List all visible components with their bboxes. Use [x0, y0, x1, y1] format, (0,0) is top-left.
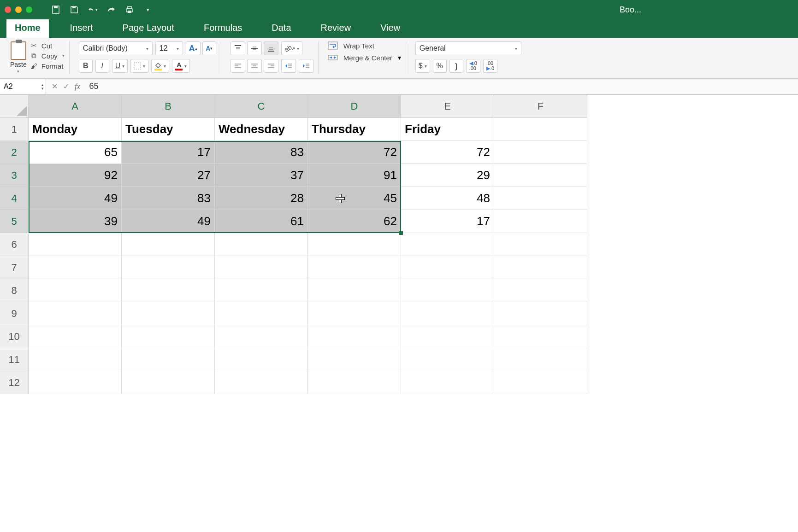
column-header-D[interactable]: D: [308, 95, 401, 118]
cell-F1[interactable]: [494, 118, 587, 141]
number-format-select[interactable]: General▾: [415, 41, 521, 55]
cell-C5[interactable]: 61: [215, 210, 308, 233]
align-left-button[interactable]: [231, 59, 245, 73]
column-header-B[interactable]: B: [122, 95, 215, 118]
cell-D11[interactable]: [308, 348, 401, 371]
formula-input[interactable]: 65: [86, 82, 798, 91]
tab-formulas[interactable]: Formulas: [195, 18, 250, 38]
align-bottom-button[interactable]: [264, 41, 278, 55]
cell-A11[interactable]: [29, 348, 122, 371]
cell-B2[interactable]: 17: [122, 141, 215, 164]
cell-B9[interactable]: [122, 302, 215, 325]
cell-A9[interactable]: [29, 302, 122, 325]
decrease-font-size-button[interactable]: A▾: [202, 41, 216, 55]
italic-button[interactable]: I: [95, 59, 109, 73]
font-name-select[interactable]: Calibri (Body)▾: [79, 41, 153, 55]
tab-insert[interactable]: Insert: [62, 18, 101, 38]
currency-button[interactable]: $▾: [415, 59, 430, 73]
cell-D5[interactable]: 62: [308, 210, 401, 233]
comma-style-button[interactable]: ❳: [449, 59, 463, 73]
cell-E11[interactable]: [401, 348, 494, 371]
cell-D8[interactable]: [308, 279, 401, 302]
cell-F3[interactable]: [494, 164, 587, 187]
cell-B12[interactable]: [122, 371, 215, 394]
decrease-indent-button[interactable]: [281, 59, 296, 73]
name-box[interactable]: A2 ▴▾: [0, 79, 46, 94]
paste-button[interactable]: Paste ▾: [10, 41, 27, 74]
cell-C12[interactable]: [215, 371, 308, 394]
cell-D10[interactable]: [308, 325, 401, 348]
cell-E8[interactable]: [401, 279, 494, 302]
cell-A12[interactable]: [29, 371, 122, 394]
cell-B10[interactable]: [122, 325, 215, 348]
cell-A8[interactable]: [29, 279, 122, 302]
cell-E10[interactable]: [401, 325, 494, 348]
cell-B1[interactable]: Tuesday: [122, 118, 215, 141]
row-header-11[interactable]: 11: [0, 348, 29, 371]
font-size-select[interactable]: 12▾: [155, 41, 183, 55]
cell-F4[interactable]: [494, 187, 587, 210]
close-window-button[interactable]: [5, 6, 11, 13]
cell-D6[interactable]: [308, 233, 401, 256]
cell-E9[interactable]: [401, 302, 494, 325]
cell-A1[interactable]: Monday: [29, 118, 122, 141]
cell-C2[interactable]: 83: [215, 141, 308, 164]
cell-D4[interactable]: 45: [308, 187, 401, 210]
cell-E12[interactable]: [401, 371, 494, 394]
zoom-window-button[interactable]: [26, 6, 32, 13]
bold-button[interactable]: B: [79, 59, 93, 73]
cell-C9[interactable]: [215, 302, 308, 325]
cell-A6[interactable]: [29, 233, 122, 256]
percent-button[interactable]: %: [433, 59, 447, 73]
cell-E6[interactable]: [401, 233, 494, 256]
increase-font-size-button[interactable]: A▴: [186, 41, 201, 55]
cell-D9[interactable]: [308, 302, 401, 325]
merge-center-button[interactable]: Merge & Center ▾: [328, 53, 401, 62]
cancel-formula-icon[interactable]: ✕: [52, 82, 58, 91]
minimize-window-button[interactable]: [15, 6, 22, 13]
column-header-A[interactable]: A: [29, 95, 122, 118]
row-header-2[interactable]: 2: [0, 141, 29, 164]
cell-F5[interactable]: [494, 210, 587, 233]
cell-D12[interactable]: [308, 371, 401, 394]
borders-button[interactable]: ▾: [130, 59, 148, 73]
increase-decimal-button[interactable]: ◀.0.00: [466, 59, 480, 73]
cell-B8[interactable]: [122, 279, 215, 302]
cell-F12[interactable]: [494, 371, 587, 394]
column-header-F[interactable]: F: [494, 95, 587, 118]
align-top-button[interactable]: [231, 41, 245, 55]
cut-button[interactable]: ✂Cut: [30, 41, 65, 50]
cell-E2[interactable]: 72: [401, 141, 494, 164]
cell-F6[interactable]: [494, 233, 587, 256]
undo-button[interactable]: ▾: [88, 5, 98, 15]
fx-icon[interactable]: fx: [75, 82, 80, 91]
cell-B7[interactable]: [122, 256, 215, 279]
row-header-8[interactable]: 8: [0, 279, 29, 302]
cell-A7[interactable]: [29, 256, 122, 279]
decrease-decimal-button[interactable]: .00▶.0: [483, 59, 497, 73]
cell-E1[interactable]: Friday: [401, 118, 494, 141]
name-box-spinner[interactable]: ▴▾: [41, 83, 44, 90]
underline-button[interactable]: U▾: [112, 59, 128, 73]
cell-E5[interactable]: 17: [401, 210, 494, 233]
cell-C10[interactable]: [215, 325, 308, 348]
increase-indent-button[interactable]: [299, 59, 313, 73]
align-middle-button[interactable]: [247, 41, 262, 55]
orientation-button[interactable]: ab↗▾: [281, 41, 303, 55]
cell-A2[interactable]: 65: [29, 141, 122, 164]
confirm-formula-icon[interactable]: ✓: [63, 82, 69, 91]
cell-C8[interactable]: [215, 279, 308, 302]
tab-home[interactable]: Home: [6, 18, 49, 38]
align-right-button[interactable]: [264, 59, 278, 73]
column-header-C[interactable]: C: [215, 95, 308, 118]
row-header-9[interactable]: 9: [0, 302, 29, 325]
fill-color-button[interactable]: ▾: [151, 59, 169, 73]
row-header-10[interactable]: 10: [0, 325, 29, 348]
cell-B4[interactable]: 83: [122, 187, 215, 210]
cell-C4[interactable]: 28: [215, 187, 308, 210]
cell-D7[interactable]: [308, 256, 401, 279]
cell-A5[interactable]: 39: [29, 210, 122, 233]
cell-E3[interactable]: 29: [401, 164, 494, 187]
tab-page-layout[interactable]: Page Layout: [114, 18, 183, 38]
row-header-6[interactable]: 6: [0, 233, 29, 256]
